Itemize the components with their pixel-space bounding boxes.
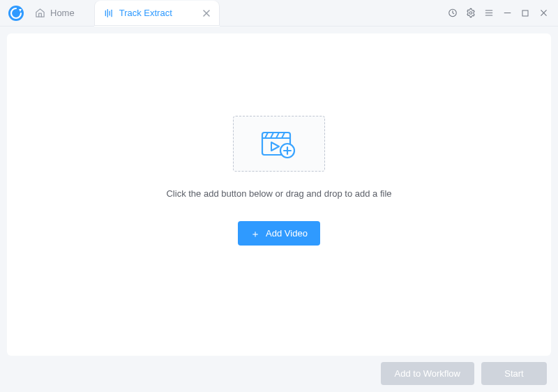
dropzone[interactable] (233, 116, 325, 172)
tab-track-extract-label: Track Extract (119, 8, 172, 18)
tab-close-icon[interactable] (200, 8, 213, 18)
plus-icon: ＋ (250, 229, 260, 239)
tab-home[interactable]: Home (31, 0, 94, 27)
empty-state: Click the add button below or drag and d… (7, 33, 551, 356)
track-extract-icon (104, 8, 114, 18)
menu-icon[interactable] (484, 8, 494, 18)
window-controls (448, 8, 558, 18)
main-panel: Click the add button below or drag and d… (7, 33, 551, 356)
tab-home-label: Home (50, 8, 75, 18)
start-button-label: Start (504, 368, 523, 379)
svg-line-22 (282, 133, 285, 138)
minimize-icon[interactable] (502, 8, 512, 18)
instruction-text: Click the add button below or drag and d… (166, 188, 391, 199)
home-icon (35, 8, 45, 18)
close-icon[interactable] (538, 8, 548, 18)
titlebar: Home Track Extract (0, 0, 558, 27)
svg-rect-14 (522, 10, 528, 16)
maximize-icon[interactable] (520, 8, 530, 18)
svg-line-19 (265, 133, 268, 138)
svg-line-20 (271, 133, 273, 138)
add-to-workflow-label: Add to Workflow (395, 368, 460, 379)
tab-strip: Home Track Extract (31, 0, 220, 27)
svg-marker-23 (271, 142, 279, 151)
history-icon[interactable] (448, 8, 458, 18)
app-window: Home Track Extract (0, 0, 558, 392)
footer: Add to Workflow Start (0, 359, 558, 392)
start-button[interactable]: Start (481, 362, 547, 385)
add-video-clapper-icon (259, 127, 299, 160)
add-video-button[interactable]: ＋ Add Video (238, 221, 320, 246)
add-to-workflow-button[interactable]: Add to Workflow (381, 362, 474, 385)
tab-track-extract[interactable]: Track Extract (94, 1, 220, 27)
svg-line-21 (276, 133, 279, 138)
svg-point-9 (469, 12, 472, 15)
app-logo-icon (8, 6, 24, 21)
add-video-button-label: Add Video (266, 228, 308, 239)
gear-icon[interactable] (466, 8, 476, 18)
